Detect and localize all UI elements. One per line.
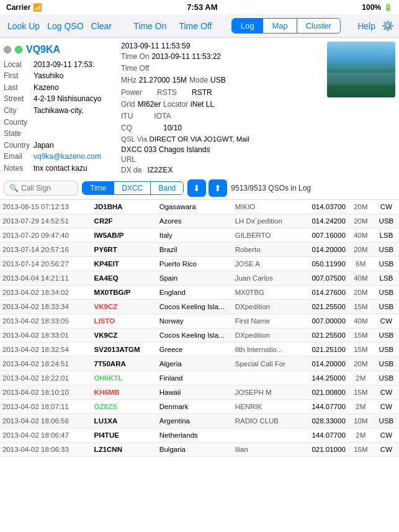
table-row[interactable]: 2013-04-02 18:06:33 LZ1CNN Bulgaria Ilia… [0, 442, 399, 456]
table-row[interactable]: 2013-04-02 18:06:56 LU1XA Argentina RADI… [0, 413, 399, 428]
scroll-down-button[interactable]: ⬇ [187, 179, 206, 197]
table-row[interactable]: 2013-04-02 18:06:47 PI4TUE Netherlands 1… [0, 428, 399, 442]
table-row[interactable]: 2013-04-02 18:33:05 LISTO Norway First N… [0, 313, 399, 328]
log-segment-button[interactable]: Log [232, 19, 264, 33]
qso-callsign[interactable]: OH6KTL [92, 371, 157, 385]
qsl-row: QSL Via DIRECT OR VIA JO1GWT, Mail [121, 134, 323, 145]
qso-frequency: 014.20000 [296, 356, 347, 371]
qso-callsign[interactable]: VK9CZ [92, 328, 157, 342]
qso-callsign[interactable]: CR2F [92, 214, 157, 228]
time-off-button[interactable]: Time Off [173, 19, 218, 34]
scroll-up-button[interactable]: ⬆ [208, 179, 227, 197]
table-row[interactable]: 2013-08-15 07:12:13 JD1BHA Ogasawara MIK… [0, 200, 399, 214]
table-row[interactable]: 2013-04-02 18:32:54 SV2013ATGM Greece 8t… [0, 342, 399, 356]
email-label: Email [4, 151, 34, 163]
qso-callsign[interactable]: LZ1CNN [92, 442, 157, 456]
qso-callsign[interactable]: OZ8ZS [92, 399, 157, 413]
look-up-button[interactable]: Look Up [5, 21, 42, 31]
mhz-label: MHz [121, 74, 137, 86]
qso-callsign[interactable]: EA4EQ [92, 271, 157, 285]
map-segment-button[interactable]: Map [263, 19, 297, 33]
qso-country: Puerto Rico [157, 256, 233, 271]
county-row: County [4, 117, 119, 128]
qso-country: Algeria [157, 356, 233, 371]
table-row[interactable]: 2013-04-02 18:22:01 OH6KTL Finland 144.2… [0, 371, 399, 385]
qso-frequency: 028.33000 [296, 413, 347, 428]
table-row[interactable]: 2013-04-02 18:07:11 OZ8ZS Denmark HENRIK… [0, 399, 399, 413]
qso-frequency: 021.00800 [296, 385, 347, 399]
time-on-button[interactable]: Time On [127, 19, 173, 34]
table-row[interactable]: 2013-04-02 18:24:51 7T50ARA Algeria Spec… [0, 356, 399, 371]
qso-callsign[interactable]: KH6MB [92, 385, 157, 399]
table-row[interactable]: 2013-07-14 20:57:16 PY6RT Brazil Roberto… [0, 242, 399, 256]
table-row[interactable]: 2013-04-02 18:10:10 KH6MB Hawaii JOSEPH … [0, 385, 399, 399]
table-row[interactable]: 2013-07-20 09:47:40 IW5AB/P Italy GILBER… [0, 228, 399, 242]
log-fields: 2013-09-11 11:53:59 Time On 2013-09-11 1… [121, 42, 323, 174]
band-filter-button[interactable]: Band [151, 182, 183, 194]
log-qso-button[interactable]: Log QSO [45, 21, 86, 31]
settings-gear-icon[interactable]: ⚙️ [382, 20, 394, 32]
cluster-segment-button[interactable]: Cluster [297, 19, 340, 33]
qso-name: GILBERTO [233, 228, 297, 242]
qso-datetime: 2013-04-02 18:10:10 [0, 385, 92, 399]
qso-frequency: 050.11990 [296, 256, 347, 271]
notes-value: tnx contact kazu [34, 163, 87, 174]
qso-callsign[interactable]: PI4TUE [92, 428, 157, 442]
grid-value: MI62er [138, 99, 161, 110]
email-value[interactable]: vq9ka@kazeno.com [34, 151, 101, 163]
qso-datetime: 2013-04-02 18:07:11 [0, 399, 92, 413]
callsign-value[interactable]: VQ9KA [26, 42, 60, 58]
qso-country: Argentina [157, 413, 233, 428]
qso-mode: LSB [374, 271, 399, 285]
dx-de-value: IZ2ZEX [148, 166, 173, 174]
carrier-label: Carrier [6, 3, 30, 12]
qso-callsign[interactable]: IW5AB/P [92, 228, 157, 242]
log-detail-panel: 2013-09-11 11:53:59 Time On 2013-09-11 1… [119, 42, 395, 174]
table-row[interactable]: 2013-07-29 14:52:51 CR2F Azores LH Dx´pe… [0, 214, 399, 228]
street-value: 4-2-19 Nishisunacyo [34, 93, 101, 105]
power-row: Power RSTS RSTR [121, 87, 323, 99]
time-filter-button[interactable]: Time [83, 182, 114, 194]
dxcc-filter-button[interactable]: DXCC [114, 182, 151, 194]
table-row[interactable]: 2013-04-04 14:21:11 EA4EQ Spain Juan Car… [0, 271, 399, 285]
main-content-area: VQ9KA Local 2013-09-11 17:53. First Yasu… [0, 38, 399, 177]
qso-callsign[interactable]: SV2013ATGM [92, 342, 157, 356]
cq-label: CQ [121, 122, 132, 134]
qso-country: Cocos Keeling Isla... [157, 299, 233, 313]
dxcc-name: Chagos Islands [159, 145, 210, 154]
qso-band: 40M [348, 271, 374, 285]
rstr-value: RSTR [192, 87, 212, 99]
table-row[interactable]: 2013-07-14 20:56:27 KP4EIT Puerto Rico J… [0, 256, 399, 271]
qso-frequency: 144.07700 [296, 399, 347, 413]
last-value: Kazeno [34, 82, 59, 94]
locator-value: iNet LL [191, 99, 214, 110]
table-row[interactable]: 2013-04-02 18:33:01 VK9CZ Cocos Keeling … [0, 328, 399, 342]
qso-callsign[interactable]: KP4EIT [92, 256, 157, 271]
time-on-value: 2013-09-11 11:53:22 [152, 51, 221, 63]
qso-callsign[interactable]: PY6RT [92, 242, 157, 256]
search-box[interactable]: 🔍 [4, 181, 78, 196]
qso-name: Roberto [233, 242, 297, 256]
clear-button[interactable]: Clear [89, 21, 114, 31]
qso-name: DXpedition [233, 299, 297, 313]
mhz-row: MHz 21.27000 15M Mode USB [121, 74, 323, 86]
qso-mode: USB [374, 214, 399, 228]
qso-datetime: 2013-08-15 07:12:13 [0, 200, 92, 214]
qsl-label: QSL [121, 135, 135, 143]
qso-callsign[interactable]: MX0TBG/P [92, 285, 157, 299]
table-row[interactable]: 2013-04-02 18:33:34 VK9CZ Cocos Keeling … [0, 299, 399, 313]
filter-bar: 🔍 Time DXCC Band ⬇ ⬆ 9513/9513 QSOs in L… [0, 177, 399, 200]
qso-country: Spain [157, 271, 233, 285]
qso-callsign[interactable]: LU1XA [92, 413, 157, 428]
qso-band: 2M [348, 428, 374, 442]
city-value: Tachikawa-city, [34, 105, 83, 117]
qso-callsign[interactable]: 7T50ARA [92, 356, 157, 371]
search-input[interactable] [21, 184, 71, 192]
qsl-value: DIRECT OR VIA JO1GWT, Mail [149, 135, 249, 143]
qso-callsign[interactable]: LISTO [92, 313, 157, 328]
help-button[interactable]: Help [354, 21, 379, 31]
table-row[interactable]: 2013-04-02 18:34:02 MX0TBG/P England MX0… [0, 285, 399, 299]
led-green-indicator [15, 46, 22, 53]
qso-callsign[interactable]: JD1BHA [92, 200, 157, 214]
qso-callsign[interactable]: VK9CZ [92, 299, 157, 313]
